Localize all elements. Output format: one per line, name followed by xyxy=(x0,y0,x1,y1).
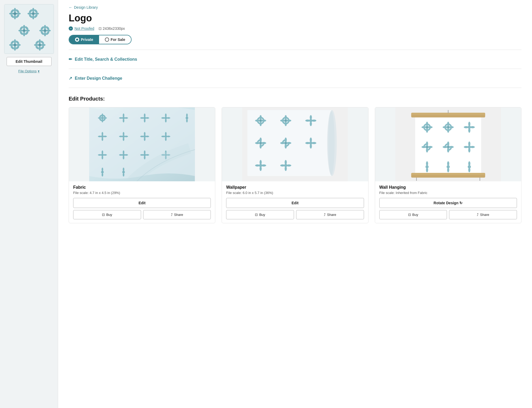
wall-hanging-buy-button[interactable]: ⊡ Buy xyxy=(379,210,447,219)
svg-point-93 xyxy=(140,117,144,119)
fabric-product-name: Fabric xyxy=(73,185,211,190)
fabric-share-button[interactable]: ⤴ Share xyxy=(143,210,211,219)
svg-point-72 xyxy=(44,30,45,31)
svg-point-96 xyxy=(165,113,167,117)
back-link[interactable]: ← Design Library xyxy=(69,5,521,10)
svg-point-208 xyxy=(285,143,286,144)
fabric-buy-button[interactable]: ⊡ Buy xyxy=(73,210,141,219)
wallpaper-product-scale: File scale: 6.0 in x 5.7 in (36%) xyxy=(226,191,364,195)
fabric-buy-label: Buy xyxy=(106,213,112,217)
svg-point-145 xyxy=(102,173,103,177)
svg-point-240 xyxy=(470,126,475,128)
svg-point-116 xyxy=(140,136,144,137)
svg-point-80 xyxy=(103,117,107,119)
svg-point-42 xyxy=(14,39,16,44)
svg-point-61 xyxy=(14,13,15,14)
product-card-fabric: Fabric File scale: 4.7 in x 4.5 in (29%)… xyxy=(69,107,215,223)
svg-point-121 xyxy=(161,136,165,137)
svg-point-53 xyxy=(39,46,41,51)
fabric-actions: ⊡ Buy ⤴ Share xyxy=(73,210,211,219)
back-arrow-icon: ← xyxy=(69,5,72,10)
private-label: Private xyxy=(81,37,93,42)
svg-point-74 xyxy=(39,44,40,45)
design-challenge-label: Enter Design Challenge xyxy=(75,76,122,81)
for-sale-radio-icon xyxy=(105,37,109,42)
svg-point-237 xyxy=(468,122,470,126)
dimensions-info: ⊡ 2436x2330px xyxy=(99,26,125,31)
divider-1 xyxy=(69,50,521,50)
svg-point-126 xyxy=(98,154,102,156)
svg-point-204 xyxy=(287,164,291,167)
wallpaper-edit-button[interactable]: Edit xyxy=(226,198,364,208)
for-sale-toggle-button[interactable]: For Sale xyxy=(99,35,131,44)
divider-2 xyxy=(69,69,521,69)
product-card-wallpaper: Wallpaper File scale: 6.0 in x 5.7 in (3… xyxy=(222,107,368,223)
wallpaper-share-button[interactable]: ⤴ Share xyxy=(296,210,364,219)
svg-point-135 xyxy=(144,156,146,159)
svg-point-12 xyxy=(32,8,34,13)
svg-point-87 xyxy=(123,119,124,122)
share-icon-3: ⤴ xyxy=(477,213,479,217)
svg-point-106 xyxy=(98,136,102,137)
wallpaper-buy-button[interactable]: ⊡ Buy xyxy=(226,210,294,219)
svg-point-43 xyxy=(14,46,16,51)
svg-point-97 xyxy=(165,119,167,122)
svg-point-203 xyxy=(280,164,285,167)
svg-point-132 xyxy=(124,154,128,156)
svg-point-32 xyxy=(44,25,46,30)
meta-row: − Not Proofed ⊡ 2436x2330px xyxy=(69,26,521,31)
wall-hanging-actions: ⊡ Buy ⤴ Share xyxy=(379,210,517,219)
svg-point-33 xyxy=(44,32,46,36)
wallpaper-actions: ⊡ Buy ⤴ Share xyxy=(226,210,364,219)
edit-thumbnail-button[interactable]: Edit Thumbnail xyxy=(7,57,52,66)
svg-point-270 xyxy=(447,127,449,128)
wall-hanging-product-scale: File scale: Inherited from Fabric xyxy=(379,191,517,195)
svg-point-67 xyxy=(15,15,15,15)
wallpaper-product-image xyxy=(222,107,368,181)
svg-point-71 xyxy=(24,30,25,31)
external-link-icon: ↗ xyxy=(69,76,72,81)
svg-point-117 xyxy=(146,136,149,137)
svg-point-201 xyxy=(285,160,287,165)
svg-point-136 xyxy=(140,154,144,156)
wall-hanging-share-button[interactable]: ⤴ Share xyxy=(449,210,517,219)
svg-point-202 xyxy=(285,166,287,171)
visibility-toggle[interactable]: Private For Sale xyxy=(69,35,132,44)
svg-point-268 xyxy=(468,168,470,172)
wall-hanging-product-name: Wall Hanging xyxy=(379,185,517,190)
svg-point-107 xyxy=(103,136,107,137)
wall-hanging-product-info: Wall Hanging File scale: Inherited from … xyxy=(375,181,521,223)
for-sale-label: For Sale xyxy=(111,37,125,42)
svg-point-104 xyxy=(102,132,103,136)
file-options-link[interactable]: File Options ▾ xyxy=(18,69,39,73)
file-options-label: File Options xyxy=(18,69,36,73)
svg-point-197 xyxy=(260,166,262,171)
svg-point-23 xyxy=(23,32,25,36)
design-challenge-link[interactable]: ↗ Enter Design Challenge xyxy=(69,71,521,86)
wallpaper-product-name: Wallpaper xyxy=(226,185,364,190)
fabric-share-label: Share xyxy=(174,213,183,217)
svg-point-239 xyxy=(464,126,468,128)
private-toggle-button[interactable]: Private xyxy=(69,35,99,44)
svg-point-262 xyxy=(426,168,428,172)
svg-point-45 xyxy=(16,44,21,46)
svg-point-69 xyxy=(16,13,17,14)
svg-point-196 xyxy=(260,160,262,165)
svg-point-264 xyxy=(447,161,449,166)
svg-point-22 xyxy=(23,25,25,30)
svg-point-269 xyxy=(426,127,428,128)
fabric-product-image xyxy=(69,107,215,181)
back-link-label: Design Library xyxy=(74,5,98,10)
fabric-edit-button[interactable]: Edit xyxy=(73,198,211,208)
svg-point-110 xyxy=(123,137,124,141)
svg-point-175 xyxy=(312,120,316,122)
not-proofed-badge[interactable]: − Not Proofed xyxy=(69,26,94,31)
svg-point-15 xyxy=(34,13,39,15)
svg-point-271 xyxy=(426,146,428,148)
wall-hanging-rotate-button[interactable]: Rotate Design ↻ xyxy=(379,198,517,208)
edit-title-link[interactable]: ✏ Edit Title, Search & Collections xyxy=(69,52,521,67)
share-icon: ⤴ xyxy=(171,213,173,217)
svg-point-130 xyxy=(123,156,124,159)
svg-point-193 xyxy=(305,142,310,144)
private-check-icon xyxy=(75,37,79,42)
